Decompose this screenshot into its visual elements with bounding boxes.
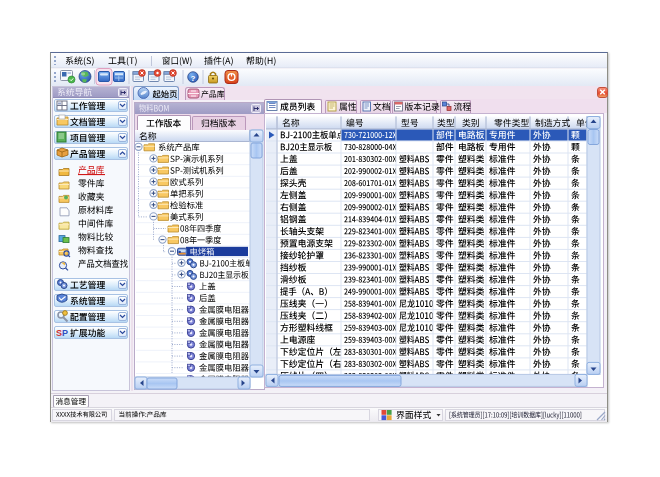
- svg-text:P: P: [62, 328, 68, 338]
- svg-text:?: ?: [191, 74, 196, 83]
